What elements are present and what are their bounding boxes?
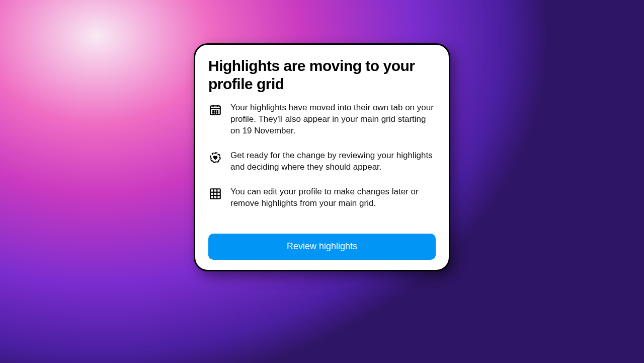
calendar-icon xyxy=(208,103,222,117)
svg-point-7 xyxy=(213,112,214,113)
info-item-text: You can edit your profile to make change… xyxy=(230,186,436,209)
svg-point-5 xyxy=(215,110,216,111)
info-item-text: Your highlights have moved into their ow… xyxy=(230,102,436,137)
svg-point-4 xyxy=(213,110,214,111)
svg-point-9 xyxy=(217,112,218,113)
modal-title: Highlights are moving to your profile gr… xyxy=(208,57,436,93)
info-item-text: Get ready for the change by reviewing yo… xyxy=(230,150,436,173)
info-item-calendar: Your highlights have moved into their ow… xyxy=(208,102,436,137)
grid-icon xyxy=(208,187,222,201)
info-item-grid: You can edit your profile to make change… xyxy=(208,186,436,209)
heart-circle-icon xyxy=(208,151,222,165)
highlights-modal: Highlights are moving to your profile gr… xyxy=(194,43,450,271)
svg-point-6 xyxy=(217,110,218,111)
svg-point-8 xyxy=(215,112,216,113)
review-highlights-button[interactable]: Review highlights xyxy=(208,234,436,260)
svg-rect-12 xyxy=(210,189,220,199)
info-item-heart: Get ready for the change by reviewing yo… xyxy=(208,150,436,173)
background-gradient: Highlights are moving to your profile gr… xyxy=(0,0,644,363)
